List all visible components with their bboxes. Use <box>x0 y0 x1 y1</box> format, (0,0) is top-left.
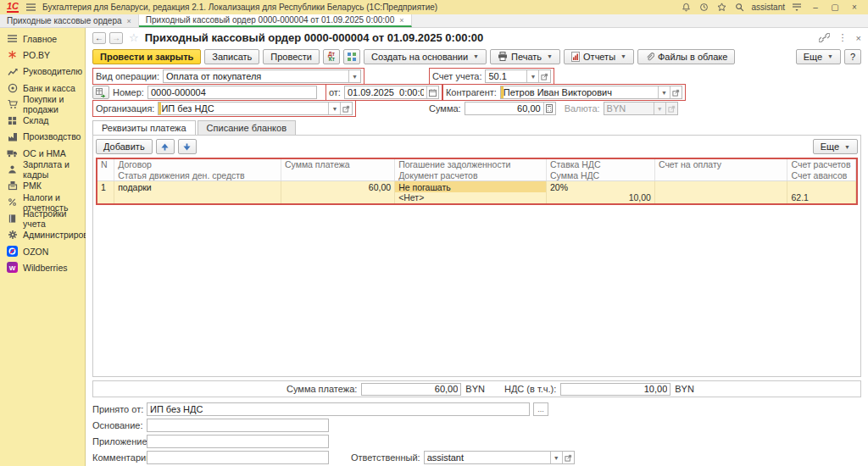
total-payment-value[interactable] <box>361 383 461 396</box>
cell-vat-rate[interactable]: 20% <box>547 181 655 192</box>
tab-close-icon[interactable]: × <box>399 16 403 25</box>
organization-value[interactable] <box>159 103 328 114</box>
date-field[interactable] <box>344 86 439 99</box>
related-documents-button[interactable] <box>343 49 360 64</box>
grid-more-button[interactable]: Еще▼ <box>813 139 858 154</box>
current-user[interactable]: assistant <box>752 3 785 12</box>
cell-invoice[interactable] <box>654 181 787 192</box>
history-icon[interactable] <box>698 2 710 14</box>
sidebar-item-salary-hr[interactable]: Зарплата и кадры <box>0 161 85 177</box>
col-settlement-doc[interactable]: Документ расчетов <box>395 170 547 181</box>
cell-settlement-doc[interactable]: <Нет> <box>395 192 547 203</box>
help-button[interactable]: ? <box>844 49 861 64</box>
open-link-icon[interactable] <box>538 70 550 82</box>
favorite-star-icon[interactable]: ☆ <box>129 31 139 44</box>
amount-value[interactable] <box>465 103 543 114</box>
amount-field[interactable] <box>465 102 556 115</box>
favorites-star-icon[interactable] <box>716 2 728 14</box>
show-postings-dtkt-button[interactable]: ДтКт <box>323 49 340 64</box>
move-row-up-button[interactable] <box>156 139 175 154</box>
cell-payment-amount[interactable]: 60,00 <box>281 181 394 192</box>
sidebar-item-warehouse[interactable]: Склад <box>0 112 85 128</box>
operation-type-value[interactable] <box>164 70 348 82</box>
col-debt-repayment[interactable]: Погашение задолженности <box>395 159 547 170</box>
col-n[interactable]: N <box>97 159 114 170</box>
sidebar-item-po-by[interactable]: PO.BY <box>0 47 85 63</box>
more-button[interactable]: Еще▼ <box>796 49 841 64</box>
post-and-close-button[interactable]: Провести и закрыть <box>92 49 201 64</box>
close-window-button[interactable]: × <box>848 3 861 12</box>
account-value[interactable] <box>486 70 526 82</box>
calendar-icon[interactable] <box>426 86 438 98</box>
search-icon[interactable] <box>734 2 746 14</box>
print-button[interactable]: Печать▼ <box>490 49 560 64</box>
cell-row-number[interactable]: 1 <box>97 181 114 192</box>
sidebar-item-accounting-settings[interactable]: Настройки учета <box>0 210 85 226</box>
open-link-icon[interactable] <box>670 86 682 98</box>
maximize-button[interactable]: ▢ <box>828 3 842 12</box>
move-row-down-button[interactable] <box>178 139 197 154</box>
col-invoice[interactable]: Счет на оплату <box>654 159 787 170</box>
chevron-down-icon[interactable]: ▼ <box>348 70 360 82</box>
organization-select[interactable]: ▼ <box>158 102 353 115</box>
tab-cash-orders-list[interactable]: Приходные кассовые ордера × <box>0 14 139 27</box>
chevron-down-icon[interactable]: ▼ <box>550 452 562 463</box>
responsible-select[interactable]: ▼ <box>424 451 575 464</box>
close-form-icon[interactable]: × <box>856 33 861 43</box>
col-settlement-account[interactable]: Счет расчетов <box>787 159 856 170</box>
sidebar-item-main[interactable]: Главное <box>0 31 85 47</box>
col-payment-amount[interactable]: Сумма платежа <box>281 159 394 170</box>
forward-arrow-button[interactable]: → <box>109 32 123 44</box>
col-advance-account[interactable]: Счет авансов <box>787 170 856 181</box>
contractor-select[interactable]: ▼ <box>500 86 682 99</box>
col-contract[interactable]: Договор <box>114 159 281 170</box>
cloud-files-button[interactable]: Файлы в облаке <box>637 49 735 64</box>
basis-input[interactable] <box>147 419 329 432</box>
responsible-value[interactable] <box>425 452 550 463</box>
set-number-button[interactable] <box>92 86 109 99</box>
cell-cash-flow-item[interactable] <box>114 192 281 203</box>
chevron-down-icon[interactable]: ▼ <box>658 86 670 98</box>
cell-settlement-account[interactable] <box>787 181 856 192</box>
reports-button[interactable]: Отчеты▼ <box>564 49 634 64</box>
back-arrow-button[interactable]: ← <box>92 32 106 44</box>
open-link-icon[interactable] <box>562 452 574 463</box>
sidebar-item-administration[interactable]: Администрирование <box>0 227 85 243</box>
comment-input[interactable] <box>147 451 329 464</box>
cell-debt-repayment-selected[interactable]: Не погашать <box>395 181 547 192</box>
tab-cash-order-document[interactable]: Приходный кассовый ордер 0000-000004 от … <box>139 14 412 27</box>
notifications-bell-icon[interactable] <box>681 2 693 14</box>
sidebar-item-ozon[interactable]: OZON <box>0 243 85 259</box>
main-menu-icon[interactable] <box>25 2 36 14</box>
number-value[interactable] <box>147 86 317 99</box>
account-select[interactable]: ▼ <box>485 69 551 83</box>
save-button[interactable]: Записать <box>204 49 259 64</box>
chevron-down-icon[interactable]: ▼ <box>526 70 538 82</box>
col-cash-flow-item[interactable]: Статья движения ден. средств <box>114 170 281 181</box>
col-vat-amount[interactable]: Сумма НДС <box>547 170 655 181</box>
chevron-down-icon[interactable]: ▼ <box>328 103 340 114</box>
calculator-icon[interactable] <box>543 103 555 114</box>
contractor-value[interactable] <box>501 86 658 98</box>
get-link-icon[interactable] <box>819 33 830 42</box>
sidebar-item-manager[interactable]: Руководителю <box>0 64 85 80</box>
tab-payment-details[interactable]: Реквизиты платежа <box>92 120 196 135</box>
add-row-button[interactable]: Добавить <box>96 139 153 154</box>
sidebar-item-wildberries[interactable]: W Wildberries <box>0 259 85 275</box>
interface-settings-icon[interactable] <box>791 2 803 14</box>
more-dots-icon[interactable]: ⋮ <box>838 32 848 43</box>
tab-forms-writeoff[interactable]: Списание бланков <box>198 120 296 135</box>
total-vat-value[interactable] <box>560 383 670 396</box>
create-based-on-button[interactable]: Создать на основании▼ <box>364 49 487 64</box>
accepted-from-value[interactable] <box>147 402 530 416</box>
post-button[interactable]: Провести <box>263 49 320 64</box>
date-value[interactable] <box>345 86 426 98</box>
attachment-input[interactable] <box>147 435 329 448</box>
cell-vat-amount[interactable]: 10,00 <box>547 192 655 203</box>
col-vat-rate[interactable]: Ставка НДС <box>547 159 655 170</box>
cell-advance-account[interactable]: 62.1 <box>787 192 856 203</box>
minimize-button[interactable]: – <box>809 3 822 12</box>
tab-close-icon[interactable]: × <box>127 17 131 25</box>
operation-type-select[interactable]: ▼ <box>163 69 361 83</box>
accepted-from-more-button[interactable]: ... <box>533 402 548 416</box>
